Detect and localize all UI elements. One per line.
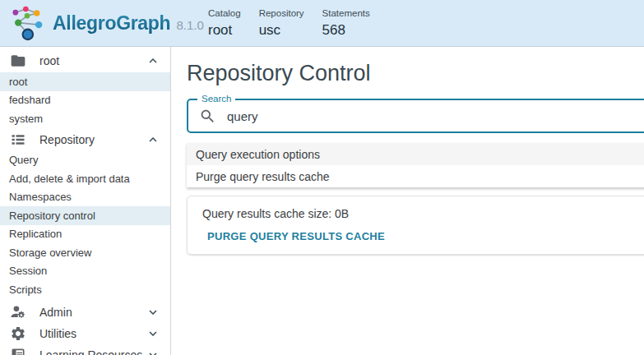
gear-icon	[10, 325, 26, 342]
stat-label: Statements	[322, 7, 370, 19]
stat-value: 568	[322, 21, 370, 39]
search-results: Query execution options Purge query resu…	[187, 143, 644, 187]
sidebar-section-label: Repository	[39, 133, 146, 146]
sidebar-section-utilities[interactable]: Utilities	[0, 323, 170, 344]
chevron-down-icon	[146, 305, 160, 320]
search-field-label: Search	[197, 94, 235, 104]
sidebar-item-system[interactable]: system	[0, 109, 170, 128]
sidebar-section-label: Admin	[39, 306, 146, 319]
chevron-up-icon	[146, 132, 160, 147]
header-stats: Catalog root Repository usc Statements 5…	[208, 7, 370, 39]
sidebar-item-fedshard[interactable]: fedshard	[0, 91, 170, 110]
query-cache-card: Query results cache size: 0B PURGE QUERY…	[187, 196, 644, 255]
sidebar-item-root[interactable]: root	[0, 72, 170, 91]
sidebar-section-learning-resources[interactable]: Learning Resources	[0, 344, 170, 355]
stat-label: Repository	[259, 7, 304, 19]
folder-icon	[10, 53, 26, 69]
search-input[interactable]	[227, 109, 641, 123]
chevron-down-icon	[146, 326, 160, 341]
sidebar-item-query[interactable]: Query	[0, 151, 170, 170]
sidebar-section-label: Learning Resources	[39, 348, 146, 355]
cache-size-text: Query results cache size: 0B	[202, 207, 635, 220]
purge-query-results-cache-button[interactable]: PURGE QUERY RESULTS CACHE	[202, 228, 390, 244]
app-name: AllegroGraph	[53, 12, 170, 35]
sidebar-section-admin[interactable]: Admin	[0, 302, 170, 323]
stat-statements: Statements 568	[322, 7, 370, 39]
chevron-up-icon	[146, 53, 160, 68]
sidebar-section-label: Utilities	[39, 327, 146, 340]
sidebar-item-session[interactable]: Session	[0, 262, 170, 281]
sidebar-item-storage-overview[interactable]: Storage overview	[0, 243, 170, 262]
chevron-down-icon	[146, 348, 160, 355]
stat-catalog: Catalog root	[208, 7, 241, 39]
sidebar-item-namespaces[interactable]: Namespaces	[0, 188, 170, 207]
search-icon	[199, 108, 216, 125]
sidebar-item-add-delete-import[interactable]: Add, delete & import data	[0, 169, 170, 188]
allegrograph-logo-icon	[7, 4, 48, 43]
sidebar-section-label: root	[39, 54, 146, 67]
app-version: 8.1.0	[176, 18, 203, 32]
sidebar-section-repository[interactable]: Repository	[0, 128, 170, 151]
main-content: Repository Control Search Query executio…	[171, 47, 644, 355]
sidebar-item-scripts[interactable]: Scripts	[0, 280, 170, 299]
app-header: AllegroGraph 8.1.0 Catalog root Reposito…	[0, 0, 644, 47]
admin-user-gear-icon	[10, 304, 26, 320]
sidebar-item-repository-control[interactable]: Repository control	[0, 206, 170, 225]
result-item-purge-query-results-cache[interactable]: Purge query results cache	[187, 165, 644, 187]
book-icon	[10, 347, 26, 355]
result-item-query-execution-options[interactable]: Query execution options	[187, 143, 644, 165]
sidebar-section-root[interactable]: root	[0, 49, 170, 72]
sidebar-item-replication[interactable]: Replication	[0, 225, 170, 244]
sidebar: root root fedshard system Repository Que…	[0, 47, 171, 355]
page-title: Repository Control	[187, 61, 644, 86]
stat-repository: Repository usc	[259, 7, 304, 39]
search-field[interactable]: Search	[187, 99, 644, 133]
stat-value: usc	[259, 21, 304, 39]
repository-list-icon	[10, 131, 26, 148]
stat-value: root	[208, 21, 241, 39]
stat-label: Catalog	[208, 7, 241, 19]
logo-block: AllegroGraph 8.1.0	[7, 4, 208, 43]
